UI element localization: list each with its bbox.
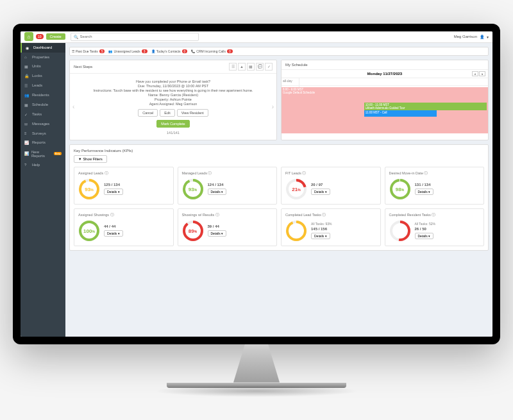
kpi-card: Assigned Showings ⓘ100%44 / 44Details ▾ [74, 208, 174, 246]
sidebar-icon: ? [24, 163, 29, 167]
kpi-ring: 98% [389, 178, 411, 200]
sidebar-label: New Reports [31, 150, 50, 158]
kpi-card: Managed Leads ⓘ93%124 / 134Details ▾ [178, 167, 278, 205]
alert-icon[interactable]: ▲ [238, 63, 246, 71]
list-icon[interactable]: ☰ [229, 63, 237, 71]
sched-next[interactable]: › [479, 71, 485, 76]
sidebar-item-residents[interactable]: 👥Residents [21, 90, 65, 100]
kpi-card: Assigned Leads ⓘ93%125 / 134Details ▾ [74, 167, 174, 205]
sidebar-icon: ☰ [24, 83, 29, 88]
kpi-fraction: 26 / 50 [415, 227, 480, 231]
schedule-date: Monday 11/27/2023 [367, 72, 402, 76]
sidebar-icon: ◉ [26, 46, 31, 50]
tab-crm-calls[interactable]: 📞 CRM Incoming Calls 0 [191, 49, 232, 53]
details-button[interactable]: Details ▾ [415, 189, 434, 195]
panel-title: Next Steps [74, 65, 92, 69]
task-due: Due: Thursday, 11/30/2023 @ 10:00 AM PST [75, 84, 271, 88]
event-call[interactable]: 11:00 MST - Call [364, 110, 437, 117]
user-icon: 👤 [480, 35, 484, 39]
sidebar-item-reports[interactable]: 📈Reports [21, 138, 65, 147]
kpi-card: FIT Leads ⓘ21%20 / 97Details ▾ [281, 167, 381, 205]
sidebar-item-units[interactable]: ▦Units [21, 62, 65, 71]
time-label: all-day [282, 78, 299, 85]
kpi-card: Desired Move-in Date ⓘ98%131 / 134Detail… [385, 167, 485, 205]
sidebar-label: Messages [32, 122, 49, 126]
edit-button[interactable]: Edit [160, 109, 174, 117]
next-arrow[interactable]: › [272, 103, 274, 110]
kpi-fraction: 131 / 134 [415, 183, 480, 187]
sidebar-label: Surveys [32, 131, 46, 135]
sidebar-item-new-reports[interactable]: 📊New ReportsBeta [21, 147, 65, 160]
kpi-fraction: 20 / 97 [311, 183, 376, 187]
show-filters-button[interactable]: ▼ Show Filters [74, 155, 107, 163]
sidebar-label: Dashboard [33, 46, 52, 49]
sidebar-label: Tasks [32, 112, 42, 116]
details-button[interactable]: Details ▾ [415, 233, 434, 239]
kpi-extra: All Tasks: 93% [311, 222, 376, 226]
kpi-fraction: 39 / 44 [208, 224, 273, 228]
sidebar-icon: ▦ [24, 64, 29, 69]
chat-icon[interactable]: 💬 [256, 63, 264, 71]
notification-badge[interactable]: 10 [36, 34, 44, 39]
sidebar-item-locks[interactable]: 🔒Locks [21, 71, 65, 81]
cancel-button[interactable]: Cancel [138, 109, 158, 117]
schedule-grid[interactable]: all-day 8am 9am 10am 11am 12pm 1pm 8:00 … [282, 78, 488, 132]
sched-prev[interactable]: ‹ [472, 71, 478, 76]
task-question: Have you completed your Phone or Email t… [75, 80, 271, 83]
sidebar-item-help[interactable]: ?Help [21, 160, 65, 169]
tab-today-contacts[interactable]: 👤 Today's Contacts 0 [151, 49, 188, 53]
kpi-ring: 21% [285, 178, 307, 200]
sidebar-icon: ⌂ [24, 55, 29, 59]
details-button[interactable]: Details ▾ [208, 230, 227, 237]
kpi-card: Showings w/ Results ⓘ89%39 / 44Details ▾ [178, 208, 278, 246]
details-button[interactable]: Details ▾ [104, 230, 123, 237]
kpi-ring: 89% [182, 220, 204, 242]
app-logo[interactable]: ⌂ [24, 32, 33, 41]
calendar-icon[interactable]: ▦ [247, 63, 255, 71]
mark-complete-button[interactable]: Mark Complete [156, 120, 189, 128]
kpi-fraction: 44 / 44 [104, 224, 169, 228]
create-button[interactable]: Create [46, 33, 65, 40]
sidebar-item-properties[interactable]: ⌂Properties [21, 53, 65, 62]
chevron-down-icon: ▾ [487, 35, 489, 39]
sidebar-item-tasks[interactable]: ✓Tasks [21, 110, 65, 119]
sidebar-label: Leads [32, 83, 42, 87]
search-input[interactable] [80, 35, 196, 38]
kpi-card-title: Assigned Leads ⓘ [78, 171, 169, 176]
details-button[interactable]: Details ▾ [311, 189, 330, 195]
kpi-title: Key Performance Indicators (KPIs) [74, 149, 133, 153]
sidebar: ◉Dashboard⌂Properties▦Units🔒Locks☰Leads👥… [21, 43, 65, 337]
sidebar-item-messages[interactable]: ✉Messages [21, 119, 65, 129]
sidebar-icon: 📊 [24, 151, 29, 156]
kpi-section: Key Performance Indicators (KPIs) ▼ Show… [69, 144, 489, 251]
task-agent: Agent Assigned: Meg Garrison [75, 102, 271, 106]
details-button[interactable]: Details ▾ [208, 189, 227, 195]
kpi-card-title: Assigned Showings ⓘ [78, 213, 169, 217]
prev-arrow[interactable]: ‹ [72, 103, 74, 110]
sidebar-label: Residents [32, 93, 49, 97]
details-button[interactable]: Details ▾ [104, 189, 123, 195]
sidebar-item-schedule[interactable]: ▦Schedule [21, 100, 65, 110]
check-icon[interactable]: ✓ [265, 63, 273, 71]
sidebar-item-leads[interactable]: ☰Leads [21, 81, 65, 90]
view-resident-button[interactable]: View Resident [177, 109, 208, 117]
kpi-fraction: 125 / 134 [104, 183, 169, 187]
kpi-card-title: Completed Resident Tasks ⓘ [389, 213, 480, 217]
details-button[interactable]: Details ▾ [311, 233, 330, 239]
tab-past-due[interactable]: ☰ Past Due Tasks 5 [72, 49, 105, 53]
kpi-ring [285, 220, 307, 242]
sidebar-icon: ✓ [24, 112, 29, 117]
event-guided-tour[interactable]: 10:00 - 11:00 MSTLilibeth Adermudo Guide… [364, 103, 487, 110]
sidebar-item-surveys[interactable]: ≡Surveys [21, 129, 65, 138]
sidebar-label: Help [32, 163, 40, 167]
user-menu[interactable]: Meg Garrison 👤 ▾ [454, 35, 489, 39]
task-counter: 141/141 [75, 131, 271, 135]
sidebar-label: Properties [32, 55, 49, 59]
tab-unassigned[interactable]: 👥 Unassigned Leads 3 [108, 49, 147, 53]
sidebar-icon: 👥 [24, 93, 29, 97]
search-box[interactable]: 🔍 [71, 33, 199, 41]
main-content: ☰ Past Due Tasks 5 👥 Unassigned Leads 3 … [65, 43, 492, 337]
kpi-ring: 93% [78, 178, 100, 200]
kpi-fraction: 124 / 134 [208, 183, 273, 187]
sidebar-item-dashboard[interactable]: ◉Dashboard [21, 43, 65, 53]
